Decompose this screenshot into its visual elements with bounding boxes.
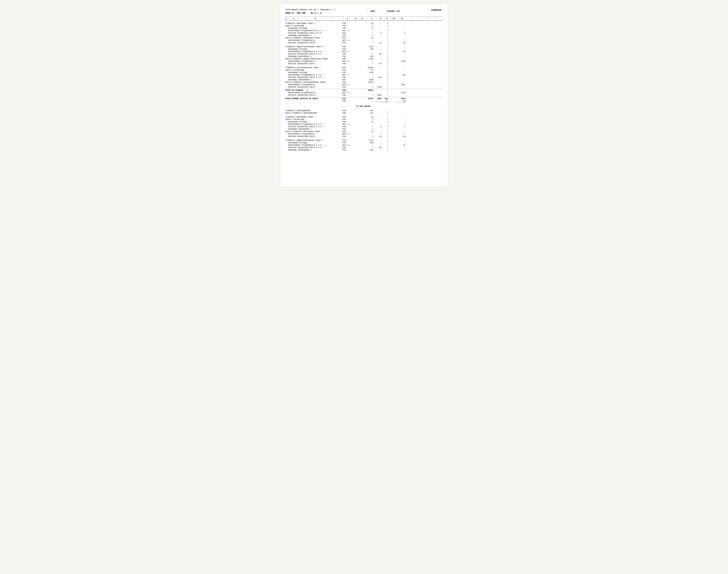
table-row: НОРМАТИВНАЯ ТРУДОЕМКОСТЬ - ЧЕЛ.-Ч : - • …	[286, 39, 443, 42]
table-row: ПЛАНОВЫЕ НАКОПЛЕНИЯ v РУБ. 1859 - • -	[286, 79, 443, 81]
table-row: НОРМАТИВНАЯ ТРУДОЕМКОСТЬ В Н.Р. + ЧЕЛ.-Ч…	[286, 51, 443, 53]
table-row: ВСЕГО,СТОИМОСТЬ ОБЩЕСТРОИТЕЛЬНЫХ РАБОТ -…	[286, 58, 443, 60]
table-row: НОРМАТИВНАЯ ТРУДОЕМКОСТЬ - ЧЕЛ.-Ч : - • …	[286, 92, 443, 94]
table-row: СМЕТНАЯ ЗАРАБОТНАЯ ПЛАТА В Н.Р. + РУБ. =…	[286, 126, 443, 128]
col-h-1-3: 1 : 2 : 3	[286, 18, 342, 20]
page-header: ПРОГРАММНЫЙ КОМПЛЕКС АВС-ЭЕС ( РЕДАКЦИЯ …	[286, 8, 443, 15]
table-row: ПЛАНОВЫЕ НАКОПЛЕНИЯ v РУБ. 2 - • -	[286, 35, 443, 37]
table-row: НОРМАТИВНАЯ ТРУДОЕМКОСТЬ В Н.Р. + ЧЕЛ.-Ч…	[286, 123, 443, 126]
prog-title: ПРОГРАММНЫЙ КОМПЛЕКС АВС-ЭЕС ( РЕДАКЦИЯ …	[286, 8, 336, 11]
table-row: СТОИМОСТЬ ОБЩЕСТРОИТЕЛЬНЫХ РАБОТ + РУБ. …	[286, 139, 443, 142]
header-left: ПРОГРАММНЫЙ КОМПЛЕКС АВС-ЭЕС ( РЕДАКЦИЯ …	[286, 8, 336, 15]
col-h-9: : 9	[383, 18, 389, 20]
on-label: Оn 9 ÷ 4	[311, 11, 322, 15]
vtomchisle-label: В ТОМ ЧИСЛЕ:	[286, 105, 443, 108]
center-num: - 466 -	[367, 10, 379, 13]
gap-3	[286, 65, 443, 67]
section-itogoprm: ИТОГО ПРЯМЫЕ ЗАТРАТЫ ПО СМЕТЕ РУБ. 24199…	[286, 98, 443, 102]
table-row: НОРМАТИВНАЯ ТРУДОЕМКОСТЬ - ЧЕЛ.-Ч : - • …	[286, 84, 443, 86]
table-row: СМЕТНАЯ ЗАРАБОТНАЯ ПЛАТА В Н.Р. - РУБ. =…	[286, 32, 443, 35]
col-h-4: : 4	[342, 18, 351, 20]
gap-5	[286, 138, 443, 139]
table-row: НАКЛАДНЫЕ РАСХОДЫ - РУБ. 11 - • -	[286, 121, 443, 123]
table-row: НАКЛАДНЫЕ РАСХОДЫ - РУБ. 1786 - • -	[286, 72, 443, 74]
table-row: СТОИМОСТЬ ОБОРУДОВАНИЯ - РУБ. 191 - • -	[286, 110, 443, 112]
section-obshestr2: СТОИМОСТЬ ОБЩЕСТРОИТЕЛЬНЫХ РАБОТ + РУБ. …	[286, 139, 443, 152]
table-row: СДАЧА И ИСПЫТАНИЕ - РУБ. 93 - • -	[286, 69, 443, 72]
page: ПРОГРАММНЫЙ КОМПЛЕКС АВС-ЭЕС ( РЕДАКЦИЯ …	[280, 4, 448, 187]
gap-1	[286, 21, 443, 23]
gap-vtom	[286, 102, 443, 104]
table-row: НОРМАТИВНАЯ ТРУДОЕМКОСТЬ В Н.Р. + ЧЕЛ.-Ч…	[286, 30, 443, 32]
table-row: ВСЕГО,СТОИМОСТЬ САНТЕХНИЧЕСКИХ РАБОТ - Р…	[286, 81, 443, 84]
table-row: ПЛАНОВЫЕ НАКОПЛЕНИЯ v РУБ. 256 - • -	[286, 149, 443, 152]
section-montazh: СТОИМОСТЬ МОНТАЖНЫХ РАБОТ + РУБ. 19 - • …	[286, 23, 443, 44]
section-montazh2: СТОИМОСТЬ МОНТАЖНЫХ РАБОТ + РУБ. 19 - • …	[286, 116, 443, 138]
col-h-5: : 5	[351, 18, 358, 20]
table-row: СТОИМОСТЬ ОБЩЕСТРОИТЕЛЬНЫХ РАБОТ + РУБ. …	[286, 46, 443, 48]
table-row: НАКЛАДНЫЕ РАСХОДЫ - РУБ. 11 - • -	[286, 27, 443, 30]
col-h-7: : 7	[365, 18, 375, 20]
table-row: НОРМАТИВНАЯ ТРУДОЕМКОСТЬ - ЧЕЛ.-Ч : - • …	[286, 60, 443, 63]
center-doc: 24866-12	[387, 10, 400, 13]
table-row: НОРМАТИВНАЯ ТРУДОЕМКОСТЬ В Н.Р. + ЧЕЛ.-Ч…	[286, 144, 443, 147]
gap-oborud	[286, 108, 443, 110]
col-h-10: : 10	[389, 18, 396, 20]
doc-num: 294-3 -56.90	[286, 11, 306, 15]
table-row: СМЕТНАЯ ЗАРАБОТНАЯ ПЛАТА - РУБ. = 18 • 2…	[286, 135, 443, 138]
table-row: ВСЕГО,СТОИМОСТЬ ОБОРУДОВАНИЯ - РУБ. 191 …	[286, 112, 443, 115]
col-h-11: : 11	[396, 18, 405, 20]
table-row: СМЕТНАЯ ЗАРАБОТНАЯ ПЛАТА - РУБ. = 18 • 2…	[286, 42, 443, 44]
section-vtomchisle: СТОИМОСТЬ ОБОРУДОВАНИЯ - РУБ. 191 - • - …	[286, 108, 443, 116]
table-row: СМЕТНАЯ ЗАРАБОТНАЯ ПЛАТА В Н.Р. - РУБ. =…	[286, 76, 443, 79]
table-row: НОРМАТИВНАЯ ТРУДОЕМКОСТЬ - ЧЕЛ.-Ч : - • …	[286, 133, 443, 135]
column-headers: 1 : 2 : 3 : 4 : 5 : 6 : 7 : 8 : 9 : 10 :…	[286, 18, 443, 21]
header-right: 3298238.	[431, 8, 442, 11]
table-row: ИТОГО ПРЯМЫЕ ЗАТРАТЫ ПО СМЕТЕ РУБ. 24199…	[286, 98, 443, 100]
table-row: ПЛАНОВЫЕ НАКОПЛЕНИЯ v РУБ. 2 - • -	[286, 128, 443, 131]
header-center: - 466 - 24866-12	[367, 8, 400, 13]
table-row: СМЕТНАЯ ЗАРАБОТНАЯ ПЛАТА В Н.Р. - РУБ. =…	[286, 147, 443, 149]
table-row: СМЕТНАЯ ЗАРАБОТНАЯ ПЛАТА В Н.Р. - РУБ. =…	[286, 53, 443, 55]
table-row: НАКЛАДНЫЕ РАСХОДЫ - РУБ. 448 - • -	[286, 142, 443, 144]
table-row: НОРМАТИВНАЯ ТРУДОЕМКОСТЬ В Н.Р. + ЧЕЛ.-Ч…	[286, 74, 443, 76]
section-itogo2: ИТОГО ПО РАЗДЕЛУ 2 РУБ., 20653 - • - НОР…	[286, 89, 443, 96]
top-divider	[286, 16, 443, 17]
col-h-6: : 6	[358, 18, 365, 20]
table-row: ВСЕГО,СТОИМОСТЬ МОНТАЖНЫХ РАБОТ ÷ РУБ. 3…	[286, 131, 443, 133]
table-row: ИТОГО ПО РАЗДЕЛУ 2 РУБ., 20653 - • -	[286, 89, 443, 92]
table-row: СДАЧА И ИСПЫТАНИЕ - РУБ. 1 - • -	[286, 25, 443, 27]
table-row: - - - . РУБ. 67 80	[286, 100, 443, 102]
table-row: СМЕТНАЯ ЗАРАБОТНАЯ ПЛАТА - РУБ. = 779 • …	[286, 63, 443, 65]
gap-4	[286, 115, 443, 116]
table-row: СТОИМОСТЬ САНТЕХНИЧЕСКИХ РАБОТ - РУБ. 13…	[286, 67, 443, 69]
table-row: ВСЕГО,СТОИМОСТЬ МОНТАЖНЫХ РАБОТ ÷ РУБ. 3…	[286, 37, 443, 39]
divider-pryamye	[286, 97, 443, 97]
section-sante: СТОИМОСТЬ САНТЕХНИЧЕСКИХ РАБОТ - РУБ. 13…	[286, 67, 443, 89]
table-row: СТОИМОСТЬ МОНТАЖНЫХ РАБОТ + РУБ. 19 - • …	[286, 116, 443, 118]
table-row: СМЕТНАЯ ЗАРАБОТНАЯ ПЛАТА - РУБ. = 2229 •…	[286, 86, 443, 89]
divider-itogo2	[286, 89, 443, 89]
col-h-8: : 8	[375, 18, 383, 20]
section-obshestr: СТОИМОСТЬ ОБЩЕСТРОИТЕЛЬНЫХ РАБОТ + РУБ. …	[286, 46, 443, 65]
table-row: НАКЛАДНЫЕ РАСХОДЫ - РУБ. 448 - • -	[286, 48, 443, 51]
table-row: ПЛАНОВЫЕ НАКОПЛЕНИЯ v РУБ. 256 - • -	[286, 55, 443, 58]
table-row: СМЕТНАЯ ЗАРАБОТНАЯ ПЛАТА + РУБ. = 3026 •…	[286, 94, 443, 96]
table-row: СДАЧА И ИСПЫТАНИЕ - РУБ. 1 - • -	[286, 118, 443, 121]
right-num: 3298238.	[431, 9, 442, 11]
gap-2	[286, 44, 443, 46]
table-row: СТОИМОСТЬ МОНТАЖНЫХ РАБОТ + РУБ. 19 - • …	[286, 23, 443, 25]
